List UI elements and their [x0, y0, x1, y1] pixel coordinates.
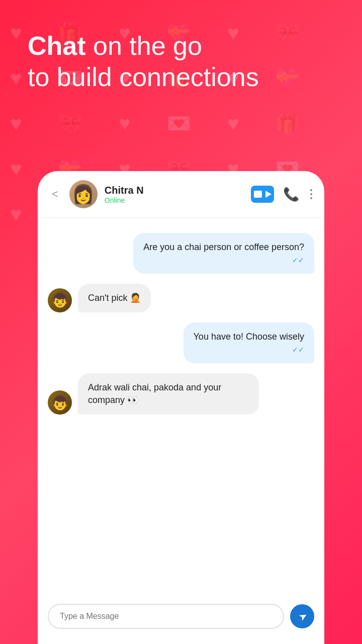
back-button[interactable]: <: [48, 186, 62, 203]
chat-header: < 👩 Chitra N Online 📞: [38, 171, 324, 218]
video-camera-icon: [265, 191, 272, 198]
input-area: ➤: [38, 596, 324, 644]
messages-area: Are you a chai person or coffee person? …: [38, 218, 324, 596]
read-receipt: ✓✓: [292, 345, 304, 355]
message-text: You have to! Choose wisely: [194, 332, 304, 342]
send-icon: ➤: [296, 609, 310, 623]
phone-card: < 👩 Chitra N Online 📞: [38, 171, 324, 644]
message-text: Can't pick 🤦: [88, 293, 141, 303]
headline: Chat on the goto build connections: [28, 30, 259, 93]
bubble: Can't pick 🤦: [78, 284, 151, 312]
bubble: You have to! Choose wisely ✓✓: [184, 323, 314, 363]
headline-bold: Chat: [28, 31, 86, 60]
message-input[interactable]: [48, 604, 284, 629]
sender-avatar: 👦: [48, 390, 72, 415]
message-bubble-sent-2: You have to! Choose wisely ✓✓: [184, 323, 314, 363]
contact-info: Chitra N Online: [105, 185, 244, 204]
sender-avatar: 👦: [48, 288, 72, 312]
send-button[interactable]: ➤: [290, 604, 314, 628]
header-actions: 📞: [251, 186, 314, 203]
dot: [310, 189, 312, 191]
message-bubble-sent-1: Are you a chai person or coffee person? …: [133, 233, 314, 274]
read-receipt: ✓✓: [292, 256, 304, 266]
video-rect: [254, 191, 262, 198]
voice-call-button[interactable]: 📞: [283, 187, 299, 202]
message-footer: ✓✓: [143, 256, 304, 266]
more-options-button[interactable]: [308, 187, 314, 201]
contact-status: Online: [105, 196, 244, 204]
video-call-button[interactable]: [251, 186, 274, 203]
message-row: 👦 Can't pick 🤦: [48, 284, 314, 312]
message-footer: ✓✓: [194, 345, 304, 355]
message-row: Are you a chai person or coffee person? …: [48, 233, 314, 274]
message-text: Adrak wali chai, pakoda and your company…: [88, 382, 221, 405]
contact-name: Chitra N: [105, 185, 244, 196]
dot: [310, 193, 312, 195]
bubble: Adrak wali chai, pakoda and your company…: [78, 373, 259, 415]
bubble: Are you a chai person or coffee person? …: [133, 233, 314, 274]
message-text: Are you a chai person or coffee person?: [143, 242, 304, 252]
message-row: 👦 Adrak wali chai, pakoda and your compa…: [48, 373, 314, 415]
contact-avatar: 👩: [69, 180, 98, 208]
message-row: You have to! Choose wisely ✓✓: [48, 323, 314, 363]
dot: [310, 197, 312, 199]
